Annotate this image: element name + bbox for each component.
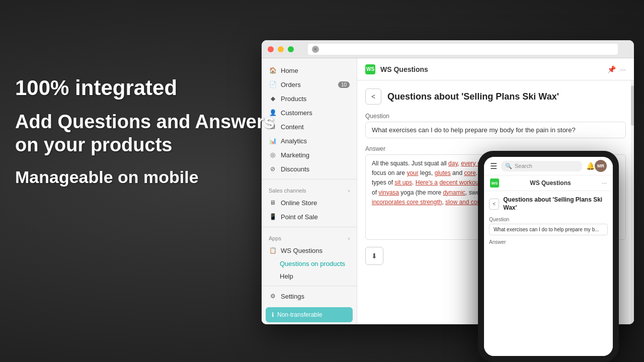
question-form-group: Question What exercises can I do to help… <box>365 113 626 138</box>
sales-channels-expand-icon: › <box>348 188 350 194</box>
scrollbar-thumb[interactable] <box>631 85 634 126</box>
phone-answer-label: Answer <box>489 239 608 245</box>
sidebar-label-analytics: Analytics <box>281 137 307 145</box>
phone-menu-icon: ☰ <box>490 161 497 171</box>
sidebar-label-questions-on-products: Questions on products <box>280 260 345 267</box>
phone-mockup: ☰ 🔍 Search 🔔 MR WS WS Questions ··· < Qu… <box>478 151 619 362</box>
sidebar-item-content[interactable]: ⊞ Content <box>262 120 357 134</box>
minimize-dot[interactable] <box>278 46 284 52</box>
sidebar-label-orders: Orders <box>281 81 301 88</box>
apps-expand-icon: › <box>348 236 350 241</box>
phone-header-title: WS Questions <box>530 179 571 187</box>
sidebar-label-customers: Customers <box>281 109 312 117</box>
sidebar-item-orders[interactable]: 📄 Orders 10 <box>262 77 357 92</box>
sidebar-divider-3 <box>262 286 357 286</box>
header-title: WS Questions <box>380 65 602 73</box>
phone-back-header: < Questions about 'Selling Plans Ski Wax… <box>489 196 608 212</box>
sidebar-divider-1 <box>262 179 357 179</box>
sales-channels-label: Sales channels <box>269 188 306 194</box>
phone-search-placeholder: Search <box>515 163 532 169</box>
back-button[interactable]: < <box>365 88 381 105</box>
main-header: WS WS Questions 📌 ··· <box>357 58 634 80</box>
back-header: < Questions about 'Selling Plans Ski Wax… <box>365 88 626 105</box>
phone-page-title: Questions about 'Selling Plans Ski Wax' <box>503 196 608 212</box>
sidebar-label-settings: Settings <box>281 293 304 300</box>
non-transferable-icon: ℹ <box>272 311 274 318</box>
apps-label: Apps <box>269 235 281 241</box>
ws-logo: WS <box>365 64 375 74</box>
online-store-icon: 🖥 <box>269 199 277 207</box>
sidebar-label-ws-questions: WS Questions <box>281 247 323 254</box>
sidebar-item-products[interactable]: ◆ Products <box>262 92 357 106</box>
headline-1: 100% integrated <box>15 75 275 101</box>
phone-main-header: WS WS Questions ··· <box>484 175 613 191</box>
sidebar-item-discounts[interactable]: ⊘ Discounts <box>262 162 357 176</box>
phone-more-icon[interactable]: ··· <box>602 179 607 187</box>
address-close-icon[interactable]: ✕ <box>312 46 319 53</box>
phone-screen: ☰ 🔍 Search 🔔 MR WS WS Questions ··· < Qu… <box>484 157 613 356</box>
sidebar-label-online-store: Online Store <box>281 199 317 207</box>
phone-bell-icon[interactable]: 🔔 <box>586 162 595 170</box>
sidebar-label-help: Help <box>280 273 293 280</box>
sidebar-item-home[interactable]: 🏠 Home <box>262 63 357 77</box>
sidebar-label-home: Home <box>281 67 298 74</box>
scrollbar-track[interactable] <box>631 80 634 324</box>
sidebar-item-online-store[interactable]: 🖥 Online Store <box>262 196 357 210</box>
phone-ws-logo: WS <box>490 178 499 188</box>
sidebar-item-analytics[interactable]: 📊 Analytics <box>262 134 357 148</box>
maximize-dot[interactable] <box>288 46 294 52</box>
phone-search-icon: 🔍 <box>505 163 512 169</box>
sidebar-item-customers[interactable]: 👤 Customers <box>262 106 357 120</box>
sidebar-label-products: Products <box>281 95 306 103</box>
headline-3: Manageable on mobile <box>15 167 275 188</box>
browser-titlebar: ✕ <box>262 40 634 58</box>
phone-status-bar: ☰ 🔍 Search 🔔 MR <box>484 157 613 175</box>
sidebar-label-content: Content <box>281 123 304 131</box>
more-icon[interactable]: ··· <box>620 65 626 73</box>
ws-questions-icon: 📋 <box>269 246 277 254</box>
pos-icon: 📱 <box>269 213 277 221</box>
question-input[interactable]: What exercises can I do to help prepare … <box>365 122 626 138</box>
sidebar-item-pos[interactable]: 📱 Point of Sale <box>262 210 357 224</box>
home-icon: 🏠 <box>269 66 277 74</box>
page-title: Questions about 'Selling Plans Ski Wax' <box>387 92 559 102</box>
pin-icon[interactable]: 📌 <box>607 65 616 73</box>
phone-question-label: Question <box>489 217 608 222</box>
headline-2: Add Questions and Answers on your produc… <box>15 111 275 156</box>
sales-channels-section: Sales channels › <box>262 183 357 196</box>
question-label: Question <box>365 113 626 120</box>
save-button[interactable]: ⬇ <box>365 247 383 265</box>
sidebar-label-marketing: Marketing <box>281 151 309 159</box>
sidebar-item-ws-questions[interactable]: 📋 WS Questions <box>262 243 357 257</box>
sidebar-divider-2 <box>262 227 357 227</box>
settings-icon: ⚙ <box>269 292 277 300</box>
phone-question-input[interactable]: What exercises can I do to help prepare … <box>489 224 608 235</box>
apps-section: Apps › <box>262 230 357 243</box>
sidebar-label-discounts: Discounts <box>281 165 309 173</box>
avatar: MR <box>595 160 607 172</box>
address-bar[interactable]: ✕ <box>308 44 618 55</box>
orders-badge: 10 <box>338 81 350 88</box>
phone-back-button[interactable]: < <box>489 199 499 210</box>
non-transferable-label: Non-transferable <box>277 311 322 318</box>
header-actions: 📌 ··· <box>607 65 626 73</box>
sidebar-item-marketing[interactable]: ◎ Marketing <box>262 148 357 162</box>
left-text-area: 100% integrated Add Questions and Answer… <box>15 75 275 187</box>
non-transferable-button[interactable]: ℹ Non-transferable <box>266 307 353 322</box>
sidebar-sub-item-questions-on-products[interactable]: Questions on products <box>262 257 357 270</box>
phone-body: < Questions about 'Selling Plans Ski Wax… <box>484 191 613 356</box>
sidebar-label-pos: Point of Sale <box>281 213 318 221</box>
phone-search-bar[interactable]: 🔍 Search <box>501 161 582 171</box>
sidebar-sub-item-help[interactable]: Help <box>262 270 357 283</box>
close-dot[interactable] <box>268 46 274 52</box>
sidebar-item-settings[interactable]: ⚙ Settings <box>262 289 357 303</box>
sidebar: 🏠 Home 📄 Orders 10 ◆ Products 👤 Customer… <box>262 58 357 324</box>
